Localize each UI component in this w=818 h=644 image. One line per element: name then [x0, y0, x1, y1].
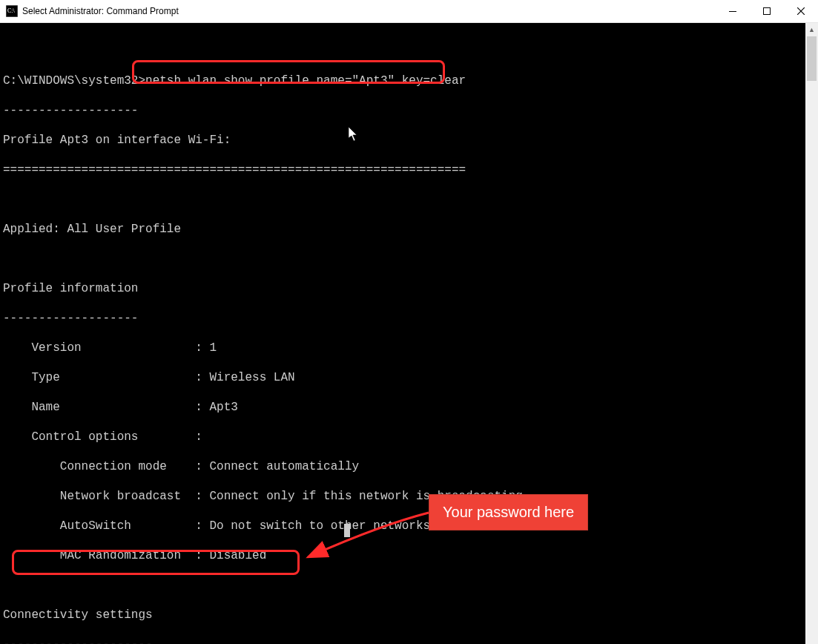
row-autoswitch: AutoSwitch : Do not switch to other netw… — [3, 519, 805, 533]
row-control-options: Control options : — [3, 430, 805, 444]
prompt-line: C:\WINDOWS\system32>netsh wlan show prof… — [3, 73, 805, 88]
callout-password: Your password here — [429, 494, 588, 530]
section-heading-connectivity: Connectivity settings — [3, 608, 805, 622]
eq-line: ========================================… — [3, 162, 805, 177]
blank-line — [3, 44, 805, 59]
terminal-viewport[interactable]: C:\WINDOWS\system32>netsh wlan show prof… — [0, 23, 805, 644]
dash-line: ------------------- — [3, 311, 805, 326]
blank-line — [3, 192, 805, 207]
text-cursor — [344, 524, 350, 537]
blank-line — [3, 578, 805, 593]
svg-rect-3 — [729, 11, 736, 12]
blank-line — [3, 252, 805, 266]
row-name: Name : Apt3 — [3, 400, 805, 415]
command-text: netsh wlan show profile name="Apt3" key=… — [145, 74, 466, 88]
terminal-output: C:\WINDOWS\system32>netsh wlan show prof… — [0, 23, 805, 644]
row-connection-mode: Connection mode : Connect automatically — [3, 459, 805, 474]
prompt: C:\WINDOWS\system32> — [3, 74, 145, 88]
client-area: C:\WINDOWS\system32>netsh wlan show prof… — [0, 23, 818, 644]
cmd-icon: C:\ — [6, 5, 18, 17]
scroll-thumb[interactable] — [807, 36, 817, 81]
maximize-button[interactable] — [750, 0, 784, 22]
window-title: Select Administrator: Command Prompt — [22, 6, 179, 16]
titlebar[interactable]: C:\ Select Administrator: Command Prompt — [0, 0, 818, 23]
applied-line: Applied: All User Profile — [3, 222, 805, 237]
minimize-button[interactable] — [716, 0, 750, 22]
row-version: Version : 1 — [3, 341, 805, 355]
row-network-broadcast: Network broadcast : Connect only if this… — [3, 489, 805, 504]
profile-header: Profile Apt3 on interface Wi-Fi: — [3, 133, 805, 148]
row-type: Type : Wireless LAN — [3, 370, 805, 385]
svg-rect-4 — [764, 8, 771, 15]
section-heading-profile: Profile information — [3, 281, 805, 296]
close-button[interactable] — [784, 0, 818, 22]
dash-line: --------------------- — [3, 637, 805, 644]
row-mac-randomization: MAC Randomization : Disabled — [3, 548, 805, 563]
dash-line: ------------------- — [3, 103, 805, 118]
command-prompt-window: C:\ Select Administrator: Command Prompt… — [0, 0, 818, 644]
vertical-scrollbar[interactable]: ▲ ▼ — [805, 23, 818, 644]
svg-text:C:\: C:\ — [7, 7, 16, 14]
scroll-up-button[interactable]: ▲ — [805, 23, 818, 36]
